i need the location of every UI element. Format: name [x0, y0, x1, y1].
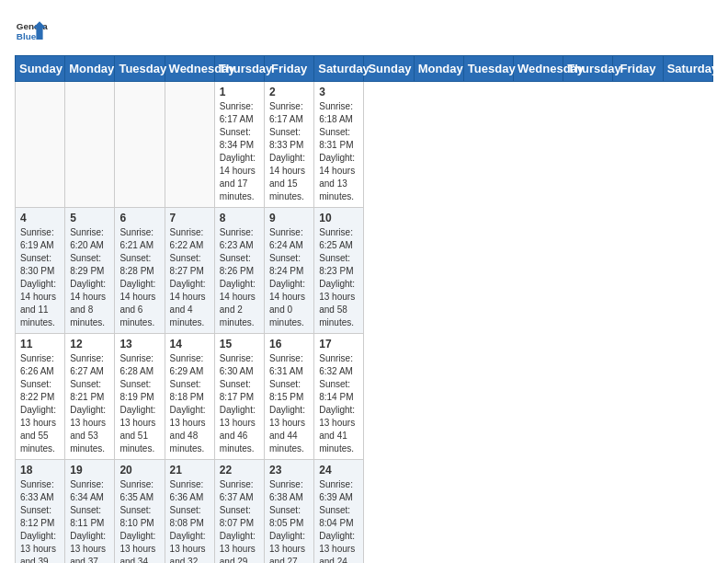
calendar-cell: 23Sunrise: 6:38 AM Sunset: 8:05 PM Dayli… [265, 460, 314, 564]
day-number: 8 [220, 212, 259, 224]
calendar-header-row: SundayMondayTuesdayWednesdayThursdayFrid… [16, 56, 713, 82]
weekday-header-wednesday: Wednesday [514, 56, 563, 82]
calendar-cell: 21Sunrise: 6:36 AM Sunset: 8:08 PM Dayli… [165, 460, 214, 564]
header-saturday: Saturday [314, 56, 364, 82]
header-friday: Friday [265, 56, 314, 82]
calendar-cell: 22Sunrise: 6:37 AM Sunset: 8:07 PM Dayli… [214, 460, 264, 564]
day-content: Sunrise: 6:38 AM Sunset: 8:05 PM Dayligh… [269, 478, 309, 563]
day-content: Sunrise: 6:17 AM Sunset: 8:33 PM Dayligh… [269, 100, 309, 203]
day-content: Sunrise: 6:22 AM Sunset: 8:27 PM Dayligh… [170, 226, 210, 329]
day-content: Sunrise: 6:23 AM Sunset: 8:26 PM Dayligh… [220, 226, 259, 329]
calendar-cell: 20Sunrise: 6:35 AM Sunset: 8:10 PM Dayli… [115, 460, 165, 564]
day-number: 3 [319, 86, 358, 98]
calendar-week-3: 11Sunrise: 6:26 AM Sunset: 8:22 PM Dayli… [16, 334, 713, 460]
day-number: 19 [70, 464, 109, 477]
calendar-cell: 10Sunrise: 6:25 AM Sunset: 8:23 PM Dayli… [314, 208, 364, 334]
day-number: 20 [119, 464, 159, 477]
calendar-cell: 4Sunrise: 6:19 AM Sunset: 8:30 PM Daylig… [16, 208, 65, 334]
calendar-cell [165, 82, 214, 208]
calendar-cell: 9Sunrise: 6:24 AM Sunset: 8:24 PM Daylig… [265, 208, 314, 334]
day-content: Sunrise: 6:33 AM Sunset: 8:12 PM Dayligh… [20, 478, 60, 563]
day-content: Sunrise: 6:25 AM Sunset: 8:23 PM Dayligh… [319, 226, 358, 329]
day-content: Sunrise: 6:35 AM Sunset: 8:10 PM Dayligh… [119, 478, 159, 563]
calendar-cell [65, 82, 115, 208]
day-content: Sunrise: 6:29 AM Sunset: 8:18 PM Dayligh… [170, 352, 210, 455]
day-number: 21 [170, 464, 210, 477]
day-number: 4 [20, 212, 60, 224]
weekday-header-monday: Monday [414, 56, 463, 82]
calendar-cell: 19Sunrise: 6:34 AM Sunset: 8:11 PM Dayli… [65, 460, 115, 564]
day-number: 1 [220, 86, 259, 98]
header-tuesday: Tuesday [115, 56, 165, 82]
day-number: 6 [119, 212, 159, 224]
calendar-cell: 6Sunrise: 6:21 AM Sunset: 8:28 PM Daylig… [115, 208, 165, 334]
day-content: Sunrise: 6:26 AM Sunset: 8:22 PM Dayligh… [20, 352, 60, 455]
day-number: 7 [170, 212, 210, 224]
calendar-cell: 18Sunrise: 6:33 AM Sunset: 8:12 PM Dayli… [16, 460, 65, 564]
calendar-week-1: 1Sunrise: 6:17 AM Sunset: 8:34 PM Daylig… [16, 82, 713, 208]
calendar-cell: 12Sunrise: 6:27 AM Sunset: 8:21 PM Dayli… [65, 334, 115, 460]
calendar-cell: 11Sunrise: 6:26 AM Sunset: 8:22 PM Dayli… [16, 334, 65, 460]
day-content: Sunrise: 6:31 AM Sunset: 8:15 PM Dayligh… [269, 352, 309, 455]
day-number: 12 [70, 338, 109, 350]
calendar-cell: 7Sunrise: 6:22 AM Sunset: 8:27 PM Daylig… [165, 208, 214, 334]
day-content: Sunrise: 6:27 AM Sunset: 8:21 PM Dayligh… [70, 352, 109, 455]
day-number: 22 [220, 464, 259, 477]
calendar-week-2: 4Sunrise: 6:19 AM Sunset: 8:30 PM Daylig… [16, 208, 713, 334]
calendar-cell: 2Sunrise: 6:17 AM Sunset: 8:33 PM Daylig… [265, 82, 314, 208]
day-content: Sunrise: 6:36 AM Sunset: 8:08 PM Dayligh… [170, 478, 210, 563]
header-monday: Monday [65, 56, 115, 82]
calendar-cell: 5Sunrise: 6:20 AM Sunset: 8:29 PM Daylig… [65, 208, 115, 334]
day-number: 2 [269, 86, 309, 98]
page-header: General Blue [15, 15, 713, 48]
header-sunday: Sunday [16, 56, 65, 82]
day-content: Sunrise: 6:28 AM Sunset: 8:19 PM Dayligh… [119, 352, 159, 455]
day-number: 17 [319, 338, 358, 350]
day-number: 5 [70, 212, 109, 224]
calendar-cell: 13Sunrise: 6:28 AM Sunset: 8:19 PM Dayli… [115, 334, 165, 460]
calendar-table: SundayMondayTuesdayWednesdayThursdayFrid… [15, 55, 713, 563]
header-wednesday: Wednesday [165, 56, 214, 82]
day-number: 11 [20, 338, 60, 350]
day-content: Sunrise: 6:17 AM Sunset: 8:34 PM Dayligh… [220, 100, 259, 203]
logo: General Blue [15, 15, 48, 48]
calendar-cell: 1Sunrise: 6:17 AM Sunset: 8:34 PM Daylig… [214, 82, 264, 208]
day-content: Sunrise: 6:37 AM Sunset: 8:07 PM Dayligh… [220, 478, 259, 563]
day-number: 9 [269, 212, 309, 224]
day-content: Sunrise: 6:19 AM Sunset: 8:30 PM Dayligh… [20, 226, 60, 329]
day-content: Sunrise: 6:30 AM Sunset: 8:17 PM Dayligh… [220, 352, 259, 455]
svg-text:Blue: Blue [17, 31, 37, 41]
header-thursday: Thursday [214, 56, 264, 82]
day-number: 10 [319, 212, 358, 224]
calendar-cell: 14Sunrise: 6:29 AM Sunset: 8:18 PM Dayli… [165, 334, 214, 460]
day-number: 14 [170, 338, 210, 350]
day-content: Sunrise: 6:20 AM Sunset: 8:29 PM Dayligh… [70, 226, 109, 329]
day-number: 16 [269, 338, 309, 350]
day-content: Sunrise: 6:39 AM Sunset: 8:04 PM Dayligh… [319, 478, 358, 563]
calendar-cell [16, 82, 65, 208]
day-content: Sunrise: 6:34 AM Sunset: 8:11 PM Dayligh… [70, 478, 109, 563]
logo-icon: General Blue [15, 15, 48, 48]
day-number: 18 [20, 464, 60, 477]
weekday-header-thursday: Thursday [563, 56, 613, 82]
day-number: 15 [220, 338, 259, 350]
calendar-cell: 8Sunrise: 6:23 AM Sunset: 8:26 PM Daylig… [214, 208, 264, 334]
calendar-cell: 15Sunrise: 6:30 AM Sunset: 8:17 PM Dayli… [214, 334, 264, 460]
calendar-cell: 17Sunrise: 6:32 AM Sunset: 8:14 PM Dayli… [314, 334, 364, 460]
calendar-cell: 3Sunrise: 6:18 AM Sunset: 8:31 PM Daylig… [314, 82, 364, 208]
weekday-header-friday: Friday [613, 56, 663, 82]
day-content: Sunrise: 6:24 AM Sunset: 8:24 PM Dayligh… [269, 226, 309, 329]
day-number: 13 [119, 338, 159, 350]
day-number: 24 [319, 464, 358, 477]
day-content: Sunrise: 6:18 AM Sunset: 8:31 PM Dayligh… [319, 100, 358, 203]
weekday-header-sunday: Sunday [364, 56, 414, 82]
weekday-header-saturday: Saturday [663, 56, 712, 82]
day-number: 23 [269, 464, 309, 477]
day-content: Sunrise: 6:32 AM Sunset: 8:14 PM Dayligh… [319, 352, 358, 455]
calendar-cell [115, 82, 165, 208]
weekday-header-tuesday: Tuesday [463, 56, 513, 82]
calendar-week-4: 18Sunrise: 6:33 AM Sunset: 8:12 PM Dayli… [16, 460, 713, 564]
calendar-cell: 24Sunrise: 6:39 AM Sunset: 8:04 PM Dayli… [314, 460, 364, 564]
calendar-cell: 16Sunrise: 6:31 AM Sunset: 8:15 PM Dayli… [265, 334, 314, 460]
day-content: Sunrise: 6:21 AM Sunset: 8:28 PM Dayligh… [119, 226, 159, 329]
